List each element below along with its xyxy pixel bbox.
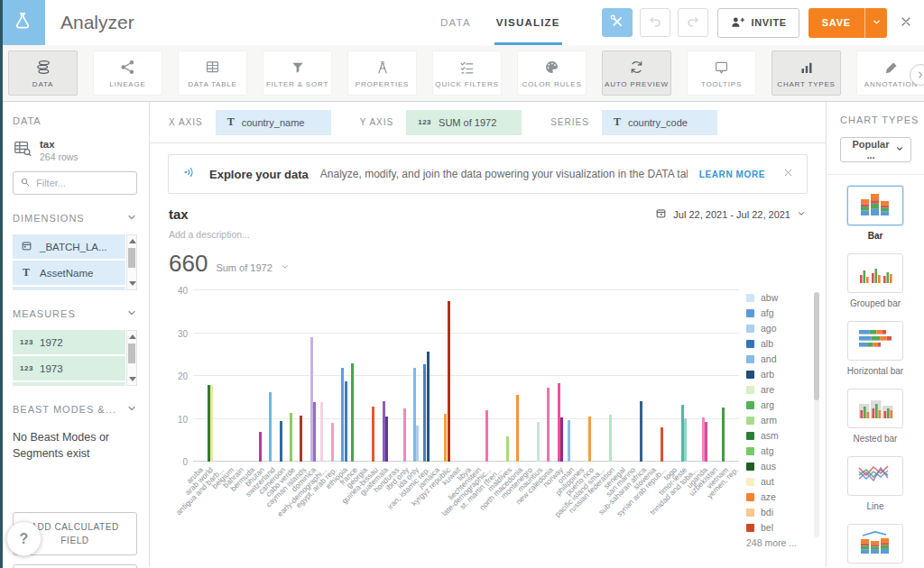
legend-item-alb[interactable]: alb bbox=[746, 338, 808, 349]
bar-oman[interactable] bbox=[568, 420, 570, 462]
add-dynamic-segment-button[interactable]: ADD DYNAMIC SEGMENT bbox=[13, 564, 137, 568]
bar-cabo-verde[interactable] bbox=[290, 413, 292, 462]
bar-mauritius[interactable] bbox=[537, 422, 540, 462]
legend-scroll-thumb[interactable] bbox=[814, 292, 819, 400]
undo-button[interactable] bbox=[640, 8, 670, 37]
chart-type-line[interactable] bbox=[847, 456, 903, 496]
bar-vietnam[interactable] bbox=[722, 408, 725, 462]
beast-modes-header[interactable]: BEAST MODES &... bbox=[13, 401, 137, 417]
bar-sub-saharan-africa[interactable] bbox=[640, 401, 642, 462]
field-item--batch-la-[interactable]: _BATCH_LA... bbox=[13, 234, 125, 259]
bar-ibrd-only[interactable] bbox=[403, 408, 406, 462]
toolbar-filter-sort[interactable]: FILTER & SORT bbox=[263, 50, 332, 96]
close-button[interactable] bbox=[899, 14, 913, 32]
filter-input[interactable] bbox=[36, 178, 130, 188]
tools-button[interactable] bbox=[602, 8, 633, 37]
toolbar-auto-preview[interactable]: AUTO PREVIEW bbox=[602, 50, 671, 96]
legend-item-arb[interactable]: arb bbox=[746, 369, 808, 380]
chart-type-grouped-bar[interactable] bbox=[847, 253, 903, 293]
bar-bhutan[interactable] bbox=[259, 432, 262, 462]
legend-item-arg[interactable]: arg bbox=[746, 399, 808, 410]
toolbar-chart-types[interactable]: CHART TYPES bbox=[772, 50, 841, 96]
legend-item-bel[interactable]: bel bbox=[746, 522, 808, 533]
save-options-button[interactable] bbox=[864, 8, 887, 38]
legend-item-aze[interactable]: aze bbox=[746, 491, 808, 502]
legend-item-aut[interactable]: aut bbox=[746, 476, 808, 487]
learn-more-link[interactable]: LEARN MORE bbox=[699, 169, 765, 179]
toolbar-lineage[interactable]: LINEAGE bbox=[93, 50, 162, 96]
bar-iran-islamic-rep-[interactable] bbox=[427, 352, 430, 462]
bar-dominica[interactable] bbox=[313, 402, 316, 462]
y-axis-field[interactable]: 123 SUM of 1972 bbox=[406, 110, 522, 135]
dataset-row[interactable]: tax 264 rows bbox=[13, 139, 137, 162]
toolbar-data-table[interactable]: DATA TABLE bbox=[178, 50, 247, 96]
x-axis-field[interactable]: T country_name bbox=[216, 110, 331, 135]
bar-ethiopia[interactable] bbox=[345, 381, 347, 462]
tab-visualize[interactable]: VISUALIZE bbox=[496, 0, 560, 45]
invite-button[interactable]: INVITE bbox=[717, 8, 799, 38]
toolbar-color-rules[interactable]: COLOR RULES bbox=[517, 50, 587, 96]
bar-cameroon[interactable] bbox=[280, 421, 282, 462]
legend-item-are[interactable]: are bbox=[746, 384, 808, 395]
toolbar-quick-filters[interactable]: QUICK FILTERS bbox=[432, 50, 502, 96]
list-scrollbar[interactable] bbox=[126, 330, 137, 386]
scroll-thumb[interactable] bbox=[128, 248, 135, 268]
legend-item-afg[interactable]: afg bbox=[746, 307, 808, 318]
scroll-down-arrow[interactable] bbox=[129, 281, 136, 286]
chart-type-line-bar[interactable] bbox=[847, 524, 903, 563]
scroll-up-arrow[interactable] bbox=[129, 239, 136, 243]
legend-item-abw[interactable]: abw bbox=[746, 292, 808, 303]
legend-item-atg[interactable]: atg bbox=[746, 445, 808, 456]
chart-title[interactable]: tax bbox=[169, 206, 189, 222]
bar-arab-world[interactable] bbox=[210, 385, 213, 462]
legend-item-bdi[interactable]: bdi bbox=[746, 507, 808, 518]
toolbar-properties[interactable]: PROPERTIES bbox=[347, 50, 417, 96]
help-button[interactable]: ? bbox=[6, 521, 42, 556]
dimensions-header[interactable]: DIMENSIONS bbox=[13, 210, 137, 226]
bar-cayman-islands[interactable] bbox=[300, 416, 302, 462]
chart-type-bar[interactable] bbox=[847, 186, 903, 225]
bar-late-demographic-[interactable] bbox=[485, 410, 488, 462]
bar-new-caledonia[interactable] bbox=[547, 388, 550, 462]
banner-close-button[interactable] bbox=[782, 167, 794, 181]
bar-guinea-bissau[interactable] bbox=[372, 407, 374, 462]
bar-uganda[interactable] bbox=[705, 422, 707, 462]
bar-maldives[interactable] bbox=[506, 436, 509, 462]
bar-france[interactable] bbox=[351, 363, 354, 462]
description-placeholder[interactable]: Add a description... bbox=[169, 229, 806, 240]
bar-russian-federation[interactable] bbox=[609, 415, 612, 462]
toolbar-tooltips[interactable]: TOOLTIPS bbox=[687, 50, 756, 96]
legend-item-aus[interactable]: aus bbox=[746, 461, 808, 472]
field-item-assetname[interactable]: TAssetName bbox=[13, 261, 125, 285]
tab-data[interactable]: DATA bbox=[440, 0, 471, 45]
bar-puerto-rico[interactable] bbox=[588, 417, 591, 462]
field-item-1972[interactable]: 1231972 bbox=[13, 330, 125, 354]
summary-number[interactable]: 660 Sum of 1972 bbox=[169, 250, 806, 278]
bar-timor-leste[interactable] bbox=[684, 418, 687, 462]
toolbar-data[interactable]: DATA bbox=[8, 50, 78, 96]
legend-item-asm[interactable]: asm bbox=[746, 430, 808, 441]
bar-ida-only[interactable] bbox=[416, 426, 419, 462]
list-scrollbar[interactable] bbox=[126, 234, 137, 290]
redo-button[interactable] bbox=[678, 8, 708, 37]
save-button[interactable]: SAVE bbox=[808, 8, 864, 38]
legend-item-ago[interactable]: ago bbox=[746, 323, 808, 334]
measures-header[interactable]: MEASURES bbox=[13, 306, 137, 322]
legend-item-arm[interactable]: arm bbox=[746, 415, 808, 426]
bar-kyrgyz-republic[interactable] bbox=[448, 301, 450, 462]
chart-type-horizontal-bar[interactable] bbox=[847, 321, 903, 361]
field-item-1973[interactable]: 1231973 bbox=[13, 356, 125, 380]
legend-more-label[interactable]: 248 more ... bbox=[746, 537, 808, 548]
bar-switzerland[interactable] bbox=[269, 392, 272, 462]
bar-north-macedonia[interactable] bbox=[516, 395, 519, 462]
chart-category-dropdown[interactable]: Popular ... bbox=[840, 137, 911, 162]
chart-type-nested-bar[interactable] bbox=[847, 389, 903, 428]
scroll-down-arrow[interactable] bbox=[129, 377, 136, 381]
scroll-up-arrow[interactable] bbox=[129, 334, 136, 339]
scroll-thumb[interactable] bbox=[128, 344, 135, 363]
bar-guatemala[interactable] bbox=[385, 417, 388, 462]
series-field[interactable]: T country_code bbox=[602, 110, 717, 135]
bar-chart-plot[interactable]: 010203040 bbox=[193, 290, 739, 462]
legend-scrollbar[interactable] bbox=[814, 292, 819, 537]
date-range-picker[interactable]: Jul 22, 2021 - Jul 22, 2021 bbox=[655, 207, 806, 221]
